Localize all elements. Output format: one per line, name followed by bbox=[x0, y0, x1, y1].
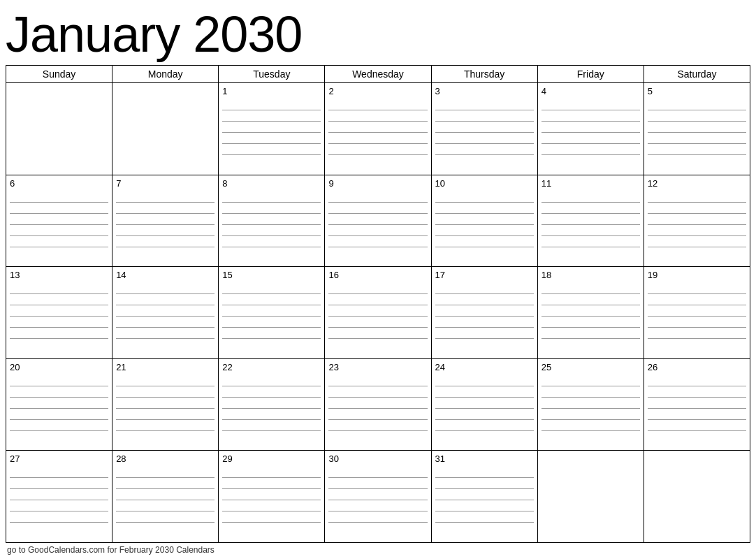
writing-line bbox=[10, 478, 108, 489]
writing-line bbox=[222, 191, 321, 203]
writing-line bbox=[541, 375, 640, 386]
writing-line bbox=[435, 133, 534, 144]
writing-line bbox=[10, 225, 108, 236]
lines-container bbox=[648, 99, 746, 155]
lines-container bbox=[10, 375, 108, 431]
lines-container bbox=[222, 375, 321, 431]
day-number: 30 bbox=[328, 453, 427, 464]
calendar-week-row: 6789101112 bbox=[6, 175, 750, 267]
calendar-day-15: 15 bbox=[219, 267, 325, 359]
calendar-day-19: 19 bbox=[644, 267, 750, 359]
day-number: 3 bbox=[435, 86, 534, 96]
calendar-day-11: 11 bbox=[537, 175, 644, 267]
writing-line bbox=[435, 214, 534, 225]
calendar-day-29: 29 bbox=[219, 451, 325, 543]
writing-line bbox=[435, 420, 534, 431]
day-number: 7 bbox=[116, 178, 215, 189]
writing-line bbox=[435, 500, 534, 511]
day-number: 29 bbox=[222, 453, 321, 464]
lines-container bbox=[435, 283, 534, 339]
writing-line bbox=[541, 305, 640, 317]
writing-line bbox=[648, 375, 746, 386]
writing-line bbox=[328, 294, 427, 305]
writing-line bbox=[10, 214, 108, 225]
writing-line bbox=[10, 489, 108, 500]
day-number: 11 bbox=[541, 178, 640, 189]
writing-line bbox=[116, 386, 215, 398]
day-number: 31 bbox=[435, 453, 534, 464]
writing-line bbox=[116, 317, 215, 328]
calendar-table: SundayMondayTuesdayWednesdayThursdayFrid… bbox=[6, 65, 750, 543]
weekday-header-friday: Friday bbox=[537, 66, 644, 83]
calendar-day-28: 28 bbox=[112, 451, 219, 543]
calendar-day-16: 16 bbox=[325, 267, 431, 359]
lines-container bbox=[10, 191, 108, 247]
day-number: 20 bbox=[10, 362, 108, 372]
writing-line bbox=[541, 133, 640, 144]
writing-line bbox=[541, 283, 640, 294]
lines-container bbox=[648, 375, 746, 431]
writing-line bbox=[435, 467, 534, 478]
writing-line bbox=[116, 478, 215, 489]
writing-line bbox=[116, 191, 215, 203]
writing-line bbox=[222, 283, 321, 294]
calendar-day-6: 6 bbox=[6, 175, 112, 267]
writing-line bbox=[435, 191, 534, 203]
writing-line bbox=[648, 398, 746, 409]
writing-line bbox=[648, 203, 746, 214]
lines-container bbox=[222, 467, 321, 523]
writing-line bbox=[222, 225, 321, 236]
writing-line bbox=[648, 191, 746, 203]
writing-line bbox=[10, 203, 108, 214]
lines-container bbox=[116, 283, 215, 339]
writing-line bbox=[10, 500, 108, 511]
writing-line bbox=[648, 144, 746, 155]
writing-line bbox=[328, 225, 427, 236]
writing-line bbox=[116, 294, 215, 305]
day-number: 21 bbox=[116, 362, 215, 372]
calendar-day-20: 20 bbox=[6, 358, 112, 451]
writing-line bbox=[435, 409, 534, 420]
writing-line bbox=[328, 214, 427, 225]
writing-line bbox=[328, 317, 427, 328]
calendar-day-4: 4 bbox=[537, 83, 644, 175]
writing-line bbox=[648, 225, 746, 236]
writing-line bbox=[328, 144, 427, 155]
day-number: 26 bbox=[648, 362, 746, 372]
lines-container bbox=[222, 283, 321, 339]
writing-line bbox=[541, 191, 640, 203]
writing-line bbox=[222, 386, 321, 398]
writing-line bbox=[328, 328, 427, 339]
writing-line bbox=[541, 99, 640, 110]
writing-line bbox=[116, 420, 215, 431]
writing-line bbox=[116, 489, 215, 500]
writing-line bbox=[435, 110, 534, 122]
writing-line bbox=[435, 305, 534, 317]
writing-line bbox=[435, 386, 534, 398]
lines-container bbox=[541, 283, 640, 339]
writing-line bbox=[435, 317, 534, 328]
writing-line bbox=[328, 478, 427, 489]
writing-line bbox=[10, 236, 108, 247]
lines-container bbox=[328, 467, 427, 523]
lines-container bbox=[541, 99, 640, 155]
writing-line bbox=[648, 420, 746, 431]
calendar-day-24: 24 bbox=[431, 358, 537, 451]
writing-line bbox=[328, 420, 427, 431]
writing-line bbox=[435, 478, 534, 489]
day-number: 27 bbox=[10, 453, 108, 464]
day-number: 4 bbox=[541, 86, 640, 96]
writing-line bbox=[648, 317, 746, 328]
writing-line bbox=[116, 398, 215, 409]
calendar-day-17: 17 bbox=[431, 267, 537, 359]
writing-line bbox=[116, 214, 215, 225]
footer-text: go to GoodCalendars.com for February 203… bbox=[6, 543, 750, 556]
day-number: 15 bbox=[222, 270, 321, 280]
writing-line bbox=[328, 386, 427, 398]
calendar-day-18: 18 bbox=[537, 267, 644, 359]
calendar-day-14: 14 bbox=[112, 267, 219, 359]
writing-line bbox=[222, 317, 321, 328]
writing-line bbox=[222, 420, 321, 431]
writing-line bbox=[116, 225, 215, 236]
day-number: 18 bbox=[541, 270, 640, 280]
